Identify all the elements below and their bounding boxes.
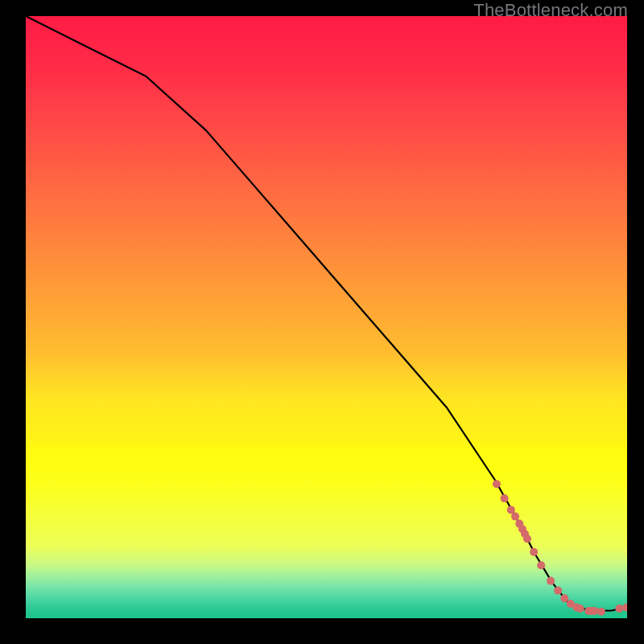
data-point (493, 480, 501, 488)
data-point (597, 608, 605, 616)
data-point (615, 605, 623, 613)
data-point (537, 561, 545, 569)
chart-svg (26, 16, 627, 618)
data-point (511, 513, 519, 521)
data-point (576, 605, 584, 613)
data-point (530, 548, 538, 556)
scatter-group (493, 480, 627, 616)
plot-area (26, 16, 627, 618)
data-point (507, 506, 515, 514)
watermark-text: TheBottleneck.com (473, 0, 628, 21)
data-point (554, 587, 562, 595)
data-point (547, 577, 555, 585)
data-point (501, 494, 509, 502)
data-point (622, 604, 627, 612)
data-point (560, 594, 568, 602)
data-point (523, 535, 531, 543)
chart-frame: TheBottleneck.com (0, 0, 644, 644)
bottleneck-curve-path (26, 16, 627, 611)
